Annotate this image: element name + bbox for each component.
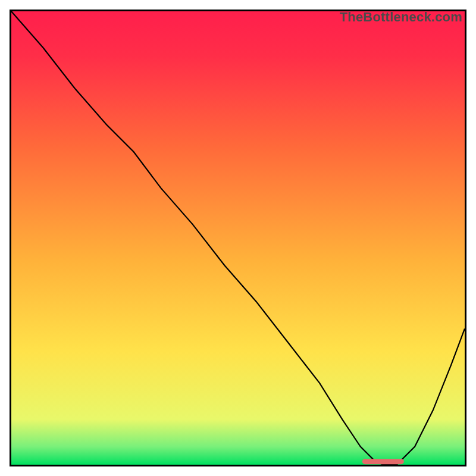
chart-frame: TheBottleneck.com — [0, 0, 476, 476]
watermark-text: TheBottleneck.com — [340, 10, 462, 25]
chart-svg — [11, 11, 465, 465]
plot-area: TheBottleneck.com — [10, 10, 466, 466]
gradient-background — [11, 11, 465, 465]
